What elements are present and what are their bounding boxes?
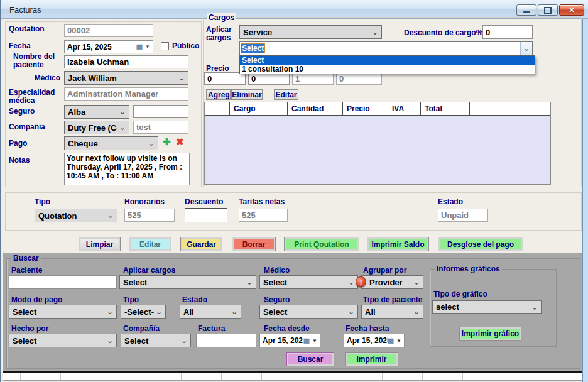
nombre-field[interactable]: Izabela Uchman [64,55,188,68]
cargo-combobox[interactable]: Select ⌄ [239,41,533,55]
results-grid-header [3,373,587,381]
chevron-down-icon: ⌄ [531,304,538,310]
estado-field[interactable]: Unpaid [438,209,488,222]
calendar-icon: ▦ [388,337,394,345]
chevron-down-icon: ⌄ [107,308,113,315]
descuento-field[interactable] [185,208,227,222]
dropdown-option-select[interactable]: Select [240,56,535,65]
publico-checkbox[interactable] [161,42,169,50]
window-right-border [582,19,588,382]
notas-label: Notas [9,156,30,165]
nombre-label: Nombre del paciente [13,53,62,69]
error-provider-icon: ! [356,276,366,287]
calendar-icon: ▦ [136,43,143,51]
tipo-paciente-select[interactable]: All ⌄ [361,305,423,319]
cargos-table: Cargo Cantidad Precio IVA Total [204,102,551,185]
add-payment-icon[interactable]: ✚ [163,137,171,147]
compania-extra-field[interactable]: test [133,121,188,134]
medico-search-label: Médico [264,266,290,275]
tarifas-netas-field[interactable]: 525 [239,209,288,222]
quotation-field[interactable]: 00002 [64,24,153,37]
compania-search-select[interactable]: Select ⌄ [121,334,191,347]
borrar-button[interactable]: Borrar [232,237,276,251]
minimize-button[interactable] [516,4,536,16]
descuento-cargo-field[interactable]: 0 [482,25,533,39]
quotation-label: Qoutation [9,25,45,33]
compania-search-label: Compañía [123,324,160,333]
limpiar-button[interactable]: Limpiar [79,237,121,251]
cantidad-field[interactable]: 1 [292,72,334,85]
combo-dropdown-button[interactable]: ⌄ [520,42,532,55]
chevron-down-icon: ⌄ [348,279,354,285]
chevron-down-icon: ⌄ [348,308,354,315]
chevron-down-icon: ⌄ [107,337,113,344]
iva-field[interactable]: 0 [336,72,382,85]
guardar-button[interactable]: Guardar [180,237,222,251]
seguro-select[interactable]: Alba ⌄ [64,105,129,119]
cargos-table-header: Cargo Cantidad Precio IVA Total [205,102,550,116]
agrupar-por-select[interactable]: Provider ⌄ [361,275,423,289]
imprimir-saldo-button[interactable]: Imprimir Saldo [367,237,429,251]
imprimir-button[interactable]: Imprimir [345,352,398,366]
print-qoutation-button[interactable]: Print Qoutation [284,237,359,251]
medico-search-select[interactable]: Select ⌄ [259,275,358,289]
tipo-search-select[interactable]: -Select- ⌄ [121,305,166,319]
maximize-icon [544,7,552,14]
compania-select[interactable]: Duty Free (Co ⌄ [64,121,129,134]
col-cargo: Cargo [230,102,288,115]
editar-button[interactable]: Editar [129,237,172,251]
precio-field-1[interactable]: 0 [204,72,246,85]
precio-field-2[interactable]: 0 [248,72,290,85]
cargo-dropdown-list: Select 1 consultation 10 [239,55,535,74]
chevron-down-icon: ⌄ [523,45,530,52]
service-select[interactable]: Service ⌄ [239,25,382,39]
imprimir-grafico-button[interactable]: Imprimir gráfico [459,327,521,341]
buscar-button[interactable]: Buscar [286,352,334,366]
fecha-datepicker[interactable]: Apr 15, 2025 ▦ ▼ [64,40,153,53]
close-button[interactable]: ✕ [559,4,584,16]
close-icon: ✕ [569,6,574,14]
chevron-down-icon: ⌄ [178,75,185,81]
dropdown-arrow-icon: ▼ [145,44,150,50]
tipo-paciente-label: Tipo de paciente [363,295,422,304]
honorarios-field[interactable]: 525 [124,209,175,222]
tipo-select[interactable]: Quotation ⌄ [35,209,117,222]
seguro-extra-field[interactable] [133,105,188,118]
aplicar-cargos-search-label: Aplicar cargos [123,266,175,275]
pago-select[interactable]: Cheque ⌄ [64,136,158,150]
fecha-hasta-datepicker[interactable]: Apr 15, 2025 ▦ ▼ [344,334,405,347]
dropdown-option-consultation[interactable]: 1 consultation 10 [240,65,535,74]
hecho-por-label: Hecho por [11,324,48,333]
agregar-button[interactable]: Agregar [206,89,231,100]
paciente-search-field[interactable] [9,275,117,289]
factura-label: Factura [198,324,225,333]
estado-search-select[interactable]: All ⌄ [180,305,241,319]
aplicar-cargos-search-select[interactable]: Select ⌄ [119,275,256,289]
chevron-down-icon: ⌄ [413,308,420,315]
medico-select[interactable]: Jack William ⌄ [64,71,188,85]
notas-textarea[interactable]: Your next follow up visite is on Thursda… [64,153,190,185]
tipo-label: Tipo [35,198,50,206]
especialidad-field[interactable]: Adminstration Manager [64,87,188,101]
eliminar-button[interactable]: Eliminar [231,89,263,100]
chevron-down-icon: ⌄ [181,337,187,344]
calendar-icon: ▦ [303,337,310,345]
minimize-icon [523,11,530,13]
hecho-por-select[interactable]: Select ⌄ [9,334,117,347]
seguro-search-select[interactable]: Select ⌄ [259,305,358,319]
fecha-hasta-label: Fecha hasta [346,324,389,333]
chevron-down-icon: ⌄ [119,109,126,115]
delete-payment-icon[interactable]: ✖ [176,137,184,147]
col-precio: Precio [343,102,388,115]
dropdown-arrow-icon: ▼ [312,338,317,344]
compania-label: Compañía [9,123,45,131]
factura-field[interactable] [196,334,256,347]
desglose-pago-button[interactable]: Desglose del pago [438,237,523,251]
tipo-grafico-select[interactable]: select ⌄ [432,300,542,314]
seguro-label: Seguro [9,107,35,116]
modo-pago-select[interactable]: Select ⌄ [9,305,117,319]
combo-selected-text: Select [241,44,264,53]
editar-cargo-button[interactable]: Editar [274,89,298,100]
fecha-desde-datepicker[interactable]: Apr 15, 2025 ▦ ▼ [259,334,320,347]
maximize-button[interactable] [538,4,558,16]
